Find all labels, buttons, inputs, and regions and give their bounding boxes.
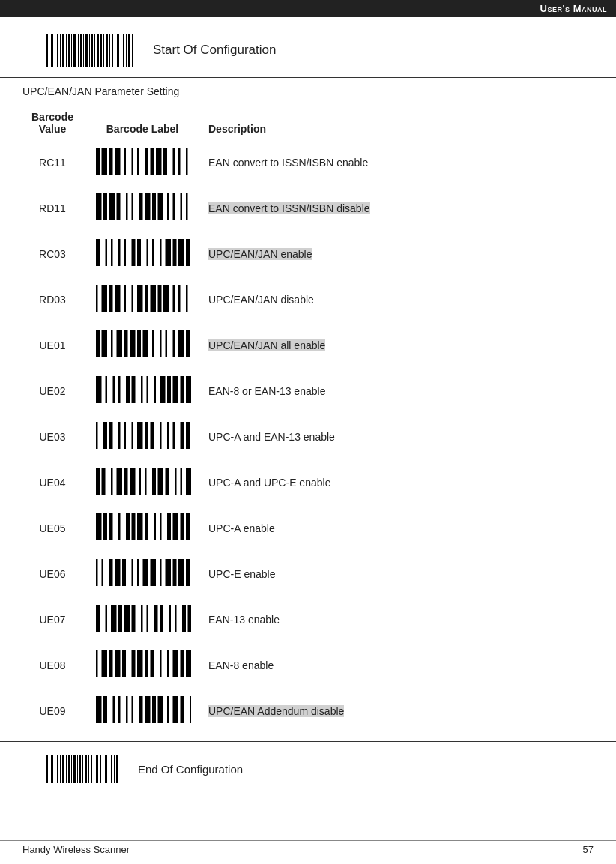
cell-barcode-value: UE08 (22, 642, 82, 688)
svg-rect-31 (96, 148, 100, 175)
cell-barcode-value: UE01 (22, 322, 82, 368)
svg-rect-186 (102, 650, 108, 677)
cell-barcode-value: RD11 (22, 185, 82, 231)
svg-rect-66 (147, 239, 149, 266)
svg-rect-104 (118, 376, 121, 403)
svg-rect-107 (141, 376, 143, 403)
svg-rect-93 (137, 330, 141, 357)
svg-rect-213 (46, 755, 48, 783)
highlighted-desc: UPC/EAN/JAN all enable (208, 339, 325, 351)
cell-description: UPC-A and EAN-13 enable (202, 414, 594, 459)
cell-description: UPC/EAN/JAN enable (202, 231, 594, 277)
svg-rect-135 (139, 468, 142, 495)
svg-rect-226 (82, 755, 83, 783)
svg-rect-76 (115, 285, 121, 312)
cell-description: UPC-E enable (202, 551, 594, 596)
table-row: RC03UPC/EAN/JAN enable (22, 231, 594, 277)
svg-rect-40 (156, 148, 162, 175)
svg-rect-122 (145, 422, 148, 449)
svg-rect-59 (96, 239, 100, 266)
svg-rect-95 (152, 330, 154, 357)
svg-rect-64 (132, 239, 136, 266)
svg-rect-49 (126, 193, 128, 220)
svg-rect-207 (152, 696, 156, 723)
config-start-row: Start Of Configuration (0, 17, 616, 78)
svg-rect-1 (49, 34, 49, 67)
svg-rect-50 (132, 193, 134, 220)
section-title: UPC/EAN/JAN Parameter Setting (0, 78, 616, 102)
svg-rect-154 (173, 513, 179, 540)
svg-rect-29 (128, 34, 130, 67)
svg-rect-83 (163, 285, 169, 312)
cell-description: UPC/EAN/JAN all enable (202, 322, 594, 368)
svg-rect-172 (106, 605, 108, 632)
svg-rect-187 (109, 650, 113, 677)
svg-rect-192 (145, 650, 148, 677)
svg-rect-85 (178, 285, 181, 312)
svg-rect-216 (55, 755, 55, 783)
svg-rect-176 (132, 605, 136, 632)
cell-barcode-value: UE07 (22, 596, 82, 642)
cell-barcode-value: UE04 (22, 459, 82, 505)
svg-rect-125 (167, 422, 169, 449)
svg-rect-71 (178, 239, 184, 266)
svg-rect-23 (112, 34, 113, 67)
cell-barcode-label (82, 459, 202, 505)
cell-barcode-label (82, 277, 202, 322)
svg-rect-157 (96, 559, 98, 586)
svg-rect-168 (173, 559, 177, 586)
svg-rect-112 (173, 376, 179, 403)
svg-rect-233 (103, 755, 103, 783)
svg-rect-170 (186, 559, 190, 586)
cell-description: EAN convert to ISSN/ISBN enable (202, 139, 594, 185)
svg-rect-146 (118, 513, 121, 540)
svg-rect-197 (181, 650, 184, 677)
svg-rect-6 (62, 34, 64, 67)
svg-rect-152 (160, 513, 162, 540)
svg-rect-166 (160, 559, 162, 586)
cell-barcode-label (82, 642, 202, 688)
svg-rect-8 (68, 34, 70, 67)
svg-rect-92 (130, 330, 136, 357)
table-row: UE05UPC-A enable (22, 505, 594, 551)
svg-rect-223 (73, 755, 76, 783)
svg-rect-180 (160, 605, 163, 632)
barcode-svg (94, 510, 191, 543)
cell-barcode-value: UE05 (22, 505, 82, 551)
svg-rect-201 (113, 696, 115, 723)
svg-rect-144 (103, 513, 107, 540)
svg-rect-198 (186, 650, 191, 677)
svg-rect-126 (173, 422, 175, 449)
barcode-svg (94, 282, 191, 315)
table-row: UE04UPC-A and UPC-E enable (22, 459, 594, 505)
table-row: UE02EAN-8 or EAN-13 enable (22, 368, 594, 414)
col-header-value: BarcodeValue (22, 106, 82, 139)
svg-rect-4 (57, 34, 58, 67)
svg-rect-73 (96, 285, 98, 312)
svg-rect-224 (77, 755, 78, 783)
svg-rect-20 (103, 34, 104, 67)
svg-rect-156 (186, 513, 190, 540)
svg-rect-80 (145, 285, 148, 312)
svg-rect-123 (151, 422, 154, 449)
svg-rect-114 (186, 376, 191, 403)
svg-rect-96 (160, 330, 162, 357)
svg-rect-165 (151, 559, 157, 586)
svg-rect-89 (111, 330, 113, 357)
barcode-svg (94, 373, 191, 406)
table-row: UE03UPC-A and EAN-13 enable (22, 414, 594, 459)
cell-barcode-label (82, 231, 202, 277)
svg-rect-34 (115, 148, 121, 175)
svg-rect-3 (55, 34, 55, 67)
svg-rect-19 (100, 34, 102, 67)
svg-rect-177 (141, 605, 143, 632)
svg-rect-151 (154, 513, 157, 540)
svg-rect-57 (181, 193, 183, 220)
svg-rect-82 (158, 285, 162, 312)
svg-rect-27 (123, 34, 124, 67)
highlighted-desc: UPC/EAN Addendum disable (208, 705, 344, 717)
svg-rect-130 (102, 468, 106, 495)
svg-rect-210 (173, 696, 179, 723)
svg-rect-91 (124, 330, 128, 357)
svg-rect-200 (103, 696, 107, 723)
